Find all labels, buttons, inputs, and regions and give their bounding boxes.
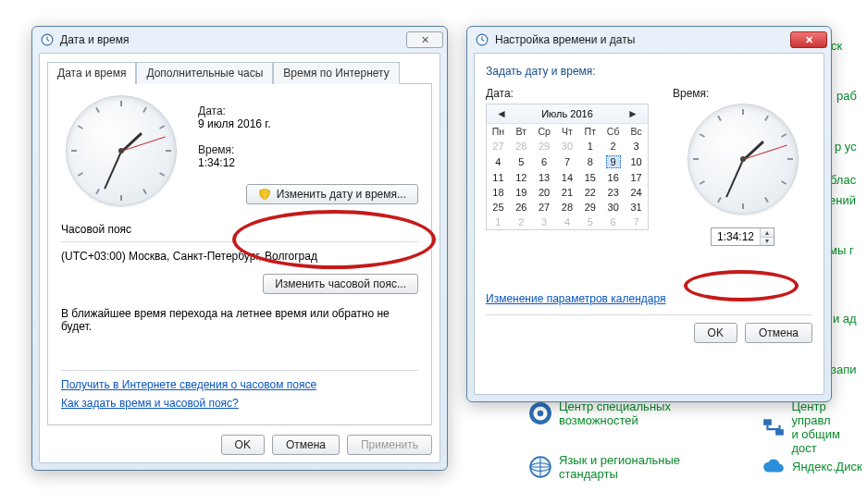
bg-text: и ад (833, 312, 857, 326)
change-timezone-button[interactable]: Изменить часовой пояс... (263, 274, 418, 294)
clock-icon (475, 32, 489, 47)
apply-button[interactable]: Применить (347, 435, 432, 455)
calendar-day[interactable]: 28 (556, 200, 579, 215)
calendar-day[interactable]: 14 (556, 170, 579, 185)
bg-text: ск (831, 39, 842, 53)
calendar[interactable]: ◄ Июль 2016 ► ПнВтСрЧтПтСбВс 27282930123… (486, 104, 649, 230)
calendar-day[interactable]: 5 (510, 154, 533, 170)
calendar-day[interactable]: 21 (556, 185, 579, 200)
window-title: Настройка времени и даты (495, 33, 635, 46)
calendar-day[interactable]: 30 (601, 200, 625, 215)
calendar-day[interactable]: 24 (625, 185, 648, 200)
calendar-day[interactable]: 3 (533, 215, 556, 229)
ok-button[interactable]: OK (694, 323, 737, 343)
cancel-button[interactable]: Отмена (272, 435, 340, 455)
calendar-day[interactable]: 18 (487, 185, 510, 200)
change-datetime-button[interactable]: Изменить дату и время... (246, 184, 418, 204)
calendar-day[interactable]: 7 (556, 154, 579, 170)
calendar-day[interactable]: 12 (510, 170, 533, 185)
prev-month-button[interactable]: ◄ (492, 107, 511, 120)
set-datetime-window: Настройка времени и даты ✕ Задать дату и… (466, 26, 832, 402)
bg-text: р ус (835, 140, 857, 154)
datetime-window: Дата и время ✕ Дата и время Дополнительн… (31, 26, 448, 471)
calendar-dow: Пн (487, 124, 510, 139)
calendar-day[interactable]: 4 (487, 154, 510, 170)
calendar-day[interactable]: 25 (487, 200, 510, 215)
analog-clock (66, 95, 177, 206)
time-input[interactable] (712, 228, 760, 245)
calendar-day[interactable]: 11 (487, 170, 510, 185)
time-value: 1:34:12 (198, 156, 418, 169)
cloud-icon (761, 453, 786, 479)
bg-text: блас (830, 173, 856, 187)
link-calendar-settings[interactable]: Изменение параметров календаря (486, 292, 666, 305)
calendar-day[interactable]: 13 (533, 170, 556, 185)
cancel-button[interactable]: Отмена (745, 323, 812, 343)
svg-rect-3 (763, 419, 772, 425)
dst-note: В ближайшее время перехода на летнее вре… (61, 307, 418, 333)
analog-clock (687, 104, 799, 215)
calendar-day[interactable]: 29 (533, 139, 556, 154)
bg-link-lang[interactable]: Язык и региональные стандарты (559, 453, 680, 481)
calendar-day[interactable]: 2 (601, 139, 625, 154)
calendar-day[interactable]: 3 (625, 139, 648, 154)
calendar-day[interactable]: 27 (487, 139, 510, 154)
globe-icon (527, 454, 553, 480)
next-month-button[interactable]: ► (624, 107, 642, 120)
svg-point-2 (538, 411, 544, 417)
calendar-day[interactable]: 7 (625, 215, 648, 229)
ok-button[interactable]: OK (221, 435, 265, 455)
bg-link-manage[interactable]: Центр управл и общим дост (791, 400, 867, 455)
spin-down-button[interactable]: ▼ (761, 238, 774, 246)
calendar-day[interactable]: 29 (578, 200, 601, 215)
calendar-dow: Вт (510, 124, 533, 139)
calendar-day[interactable]: 17 (625, 170, 648, 185)
instruction-text: Задать дату и время: (486, 65, 812, 78)
tab-internet-time[interactable]: Время по Интернету (273, 62, 399, 84)
calendar-day[interactable]: 23 (601, 185, 625, 200)
bg-link-accessibility[interactable]: Центр специальных возможностей (559, 400, 671, 427)
date-label: Дата: (198, 104, 418, 117)
calendar-day[interactable]: 2 (510, 215, 533, 229)
calendar-day[interactable]: 4 (556, 215, 579, 229)
calendar-day[interactable]: 31 (625, 200, 648, 215)
tab-additional-clocks[interactable]: Дополнительные часы (136, 62, 273, 84)
calendar-day[interactable]: 5 (578, 215, 601, 229)
spin-up-button[interactable]: ▲ (761, 228, 774, 238)
calendar-day[interactable]: 15 (578, 170, 601, 185)
calendar-day[interactable]: 22 (578, 185, 601, 200)
calendar-day[interactable]: 1 (578, 139, 601, 154)
calendar-day[interactable]: 26 (510, 200, 533, 215)
tab-datetime[interactable]: Дата и время (47, 62, 136, 84)
date-value: 9 июля 2016 г. (198, 117, 418, 130)
calendar-day[interactable]: 6 (601, 215, 625, 229)
calendar-day[interactable]: 6 (533, 154, 556, 170)
timezone-header: Часовой пояс (61, 223, 131, 236)
calendar-day[interactable]: 28 (510, 139, 533, 154)
calendar-day[interactable]: 30 (556, 139, 579, 154)
bg-text: раб (836, 89, 857, 103)
link-timezone-online[interactable]: Получить в Интернете сведения о часовом … (61, 378, 316, 391)
calendar-day[interactable]: 19 (510, 185, 533, 200)
close-button[interactable]: ✕ (406, 31, 443, 48)
calendar-dow: Чт (556, 124, 579, 139)
calendar-day[interactable]: 1 (487, 215, 510, 229)
close-button[interactable]: ✕ (790, 31, 827, 48)
calendar-day[interactable]: 9 (601, 154, 625, 170)
link-howto-set-time[interactable]: Как задать время и часовой пояс? (61, 397, 239, 410)
window-title: Дата и время (60, 33, 129, 46)
calendar-day[interactable]: 16 (601, 170, 625, 185)
clock-icon (40, 32, 55, 47)
time-label: Время: (198, 143, 418, 156)
calendar-dow: Ср (533, 124, 556, 139)
time-spinner[interactable]: ▲ ▼ (711, 227, 774, 246)
calendar-dow: Пт (578, 124, 601, 139)
bg-link-yadisk[interactable]: Яндекс.Диск (792, 460, 862, 473)
calendar-day[interactable]: 27 (533, 200, 556, 215)
bg-text: мы г (829, 243, 854, 257)
calendar-month-title: Июль 2016 (541, 108, 593, 119)
calendar-day[interactable]: 20 (533, 185, 556, 200)
calendar-day[interactable]: 8 (578, 154, 601, 170)
calendar-day[interactable]: 10 (625, 154, 648, 170)
network-icon (761, 414, 786, 440)
